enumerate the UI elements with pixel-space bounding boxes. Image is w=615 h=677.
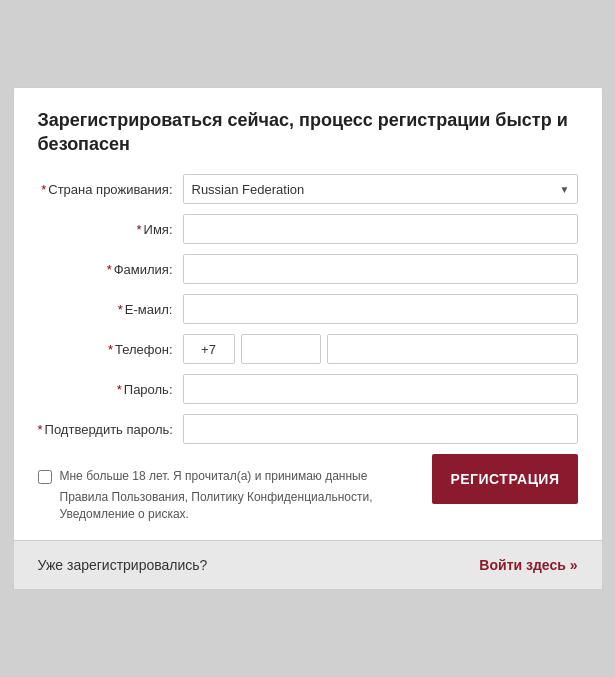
- phone-part1-input[interactable]: [241, 334, 321, 364]
- register-button[interactable]: РЕГИСТРАЦИЯ: [432, 454, 577, 504]
- phone-code-input[interactable]: [183, 334, 235, 364]
- password-label: *Пароль:: [38, 382, 183, 397]
- checkbox-row: Мне больше 18 лет. Я прочитал(а) и прини…: [38, 468, 421, 485]
- confirm-row: *Подтвердить пароль:: [38, 414, 578, 444]
- required-star: *: [107, 262, 112, 277]
- required-star: *: [41, 182, 46, 197]
- confirm-label: *Подтвердить пароль:: [38, 422, 183, 437]
- required-star: *: [38, 422, 43, 437]
- confirm-input[interactable]: [183, 414, 578, 444]
- password-input[interactable]: [183, 374, 578, 404]
- country-row: *Страна проживания: Russian Federation U…: [38, 174, 578, 204]
- action-row: Мне больше 18 лет. Я прочитал(а) и прини…: [38, 454, 578, 524]
- registration-card: Зарегистрироваться сейчас, процесс регис…: [13, 87, 603, 591]
- checkbox-text: Мне больше 18 лет. Я прочитал(а) и прини…: [60, 468, 368, 485]
- name-label: *Имя:: [38, 222, 183, 237]
- footer-bar: Уже зарегистрировались? Войти здесь »: [14, 540, 602, 589]
- form-body: Зарегистрироваться сейчас, процесс регис…: [14, 88, 602, 541]
- required-star: *: [118, 302, 123, 317]
- name-row: *Имя:: [38, 214, 578, 244]
- required-star: *: [108, 342, 113, 357]
- login-link[interactable]: Войти здесь »: [479, 557, 577, 573]
- password-row: *Пароль:: [38, 374, 578, 404]
- phone-inputs: [183, 334, 578, 364]
- surname-input[interactable]: [183, 254, 578, 284]
- surname-row: *Фамилия:: [38, 254, 578, 284]
- country-select[interactable]: Russian Federation United States Germany…: [183, 174, 578, 204]
- terms-links-text: Правила Пользования, Политику Конфиденци…: [60, 490, 373, 521]
- phone-row: *Телефон:: [38, 334, 578, 364]
- page-title: Зарегистрироваться сейчас, процесс регис…: [38, 108, 578, 157]
- email-label: *Е-маил:: [38, 302, 183, 317]
- terms-checkbox[interactable]: [38, 470, 52, 484]
- country-label: *Страна проживания:: [38, 182, 183, 197]
- required-star: *: [117, 382, 122, 397]
- checkbox-links: Правила Пользования, Политику Конфиденци…: [60, 489, 421, 523]
- required-star: *: [137, 222, 142, 237]
- surname-label: *Фамилия:: [38, 262, 183, 277]
- email-input[interactable]: [183, 294, 578, 324]
- country-select-wrapper: Russian Federation United States Germany…: [183, 174, 578, 204]
- phone-part2-input[interactable]: [327, 334, 578, 364]
- email-row: *Е-маил:: [38, 294, 578, 324]
- phone-label: *Телефон:: [38, 342, 183, 357]
- footer-question: Уже зарегистрировались?: [38, 557, 208, 573]
- terms-section: Мне больше 18 лет. Я прочитал(а) и прини…: [38, 454, 421, 524]
- name-input[interactable]: [183, 214, 578, 244]
